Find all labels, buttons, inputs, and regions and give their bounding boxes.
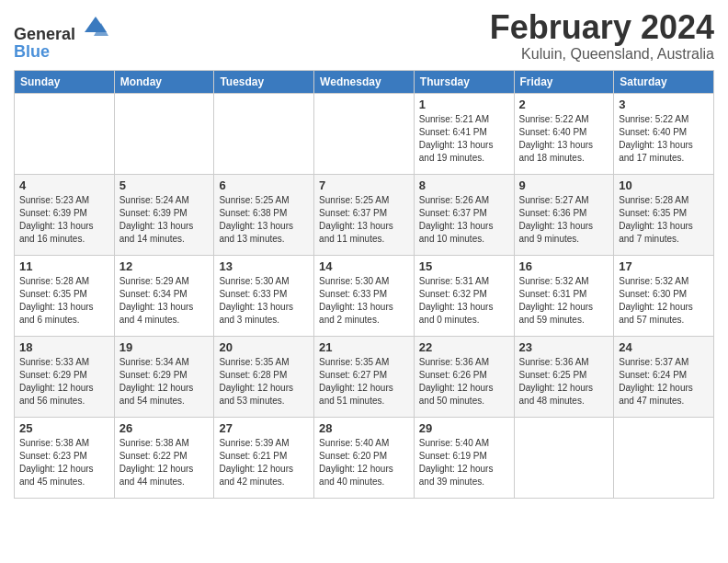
day-number: 11 [19,259,109,273]
day-info: Sunrise: 5:39 AMSunset: 6:21 PMDaylight:… [219,437,309,488]
header: General Blue February 2024 Kuluin, Queen… [14,9,714,63]
day-info: Sunrise: 5:31 AMSunset: 6:32 PMDaylight:… [419,275,509,327]
logo-general: General [14,25,75,43]
day-number: 23 [519,340,609,354]
week-row-5: 25Sunrise: 5:38 AMSunset: 6:23 PMDayligh… [15,417,714,498]
day-number: 28 [319,421,409,435]
week-row-1: 1Sunrise: 5:21 AMSunset: 6:41 PMDaylight… [15,93,714,174]
day-info: Sunrise: 5:32 AMSunset: 6:30 PMDaylight:… [619,275,709,327]
day-info: Sunrise: 5:24 AMSunset: 6:39 PMDaylight:… [119,194,210,246]
day-info: Sunrise: 5:35 AMSunset: 6:28 PMDaylight:… [219,356,309,408]
day-info: Sunrise: 5:26 AMSunset: 6:37 PMDaylight:… [419,194,509,246]
day-number: 12 [119,259,210,273]
day-cell: 8Sunrise: 5:26 AMSunset: 6:37 PMDaylight… [414,174,514,255]
day-number: 10 [619,178,709,192]
day-number: 14 [319,259,409,273]
day-cell: 16Sunrise: 5:32 AMSunset: 6:31 PMDayligh… [514,255,614,336]
day-header-wednesday: Wednesday [314,70,415,93]
day-number: 24 [619,340,709,354]
day-cell: 5Sunrise: 5:24 AMSunset: 6:39 PMDaylight… [114,174,214,255]
day-info: Sunrise: 5:25 AMSunset: 6:37 PMDaylight:… [319,194,409,246]
day-info: Sunrise: 5:27 AMSunset: 6:36 PMDaylight:… [519,194,609,246]
day-info: Sunrise: 5:21 AMSunset: 6:41 PMDaylight:… [419,113,509,165]
title-area: February 2024 Kuluin, Queensland, Austra… [490,9,714,63]
logo-icon [83,14,108,40]
day-cell: 27Sunrise: 5:39 AMSunset: 6:21 PMDayligh… [214,417,314,498]
day-info: Sunrise: 5:40 AMSunset: 6:19 PMDaylight:… [419,437,509,488]
day-info: Sunrise: 5:28 AMSunset: 6:35 PMDaylight:… [619,194,709,246]
day-info: Sunrise: 5:30 AMSunset: 6:33 PMDaylight:… [219,275,309,327]
day-number: 25 [19,421,109,435]
day-number: 4 [19,178,109,192]
day-number: 2 [519,98,609,111]
day-cell: 18Sunrise: 5:33 AMSunset: 6:29 PMDayligh… [15,336,115,417]
day-number: 17 [619,259,709,273]
day-info: Sunrise: 5:37 AMSunset: 6:24 PMDaylight:… [619,356,709,408]
day-cell [514,417,614,498]
day-info: Sunrise: 5:22 AMSunset: 6:40 PMDaylight:… [519,113,609,165]
day-cell: 22Sunrise: 5:36 AMSunset: 6:26 PMDayligh… [414,336,514,417]
day-cell: 1Sunrise: 5:21 AMSunset: 6:41 PMDaylight… [414,93,514,174]
day-cell: 11Sunrise: 5:28 AMSunset: 6:35 PMDayligh… [15,255,115,336]
day-number: 26 [119,421,210,435]
day-cell: 6Sunrise: 5:25 AMSunset: 6:38 PMDaylight… [214,174,314,255]
day-headers-row: SundayMondayTuesdayWednesdayThursdayFrid… [15,70,714,93]
location: Kuluin, Queensland, Australia [490,46,714,63]
day-info: Sunrise: 5:38 AMSunset: 6:23 PMDaylight:… [19,437,109,488]
day-info: Sunrise: 5:35 AMSunset: 6:27 PMDaylight:… [319,356,409,408]
day-info: Sunrise: 5:34 AMSunset: 6:29 PMDaylight:… [119,356,210,408]
day-cell [614,417,714,498]
day-info: Sunrise: 5:33 AMSunset: 6:29 PMDaylight:… [19,356,109,408]
day-header-saturday: Saturday [614,70,714,93]
day-info: Sunrise: 5:28 AMSunset: 6:35 PMDaylight:… [19,275,109,327]
day-cell: 21Sunrise: 5:35 AMSunset: 6:27 PMDayligh… [314,336,415,417]
day-header-monday: Monday [114,70,214,93]
day-cell [214,93,314,174]
day-cell: 14Sunrise: 5:30 AMSunset: 6:33 PMDayligh… [314,255,415,336]
calendar-table: SundayMondayTuesdayWednesdayThursdayFrid… [14,70,714,499]
day-number: 3 [619,98,709,111]
day-header-tuesday: Tuesday [214,70,314,93]
day-cell: 4Sunrise: 5:23 AMSunset: 6:39 PMDaylight… [15,174,115,255]
month-title: February 2024 [490,9,714,46]
day-cell: 29Sunrise: 5:40 AMSunset: 6:19 PMDayligh… [414,417,514,498]
day-cell: 15Sunrise: 5:31 AMSunset: 6:32 PMDayligh… [414,255,514,336]
day-cell [15,93,115,174]
day-info: Sunrise: 5:23 AMSunset: 6:39 PMDaylight:… [19,194,109,246]
day-number: 20 [219,340,309,354]
day-cell: 24Sunrise: 5:37 AMSunset: 6:24 PMDayligh… [614,336,714,417]
day-cell: 7Sunrise: 5:25 AMSunset: 6:37 PMDaylight… [314,174,415,255]
day-header-thursday: Thursday [414,70,514,93]
day-info: Sunrise: 5:36 AMSunset: 6:25 PMDaylight:… [519,356,609,408]
day-cell: 23Sunrise: 5:36 AMSunset: 6:25 PMDayligh… [514,336,614,417]
day-number: 18 [19,340,109,354]
day-number: 15 [419,259,509,273]
day-number: 7 [319,178,409,192]
day-info: Sunrise: 5:32 AMSunset: 6:31 PMDaylight:… [519,275,609,327]
day-number: 6 [219,178,309,192]
day-header-sunday: Sunday [15,70,115,93]
week-row-4: 18Sunrise: 5:33 AMSunset: 6:29 PMDayligh… [15,336,714,417]
day-cell: 17Sunrise: 5:32 AMSunset: 6:30 PMDayligh… [614,255,714,336]
day-info: Sunrise: 5:25 AMSunset: 6:38 PMDaylight:… [219,194,309,246]
day-cell: 3Sunrise: 5:22 AMSunset: 6:40 PMDaylight… [614,93,714,174]
day-cell [314,93,415,174]
day-number: 29 [419,421,509,435]
day-cell: 28Sunrise: 5:40 AMSunset: 6:20 PMDayligh… [314,417,415,498]
day-header-friday: Friday [514,70,614,93]
day-number: 5 [119,178,210,192]
day-info: Sunrise: 5:30 AMSunset: 6:33 PMDaylight:… [319,275,409,327]
day-number: 16 [519,259,609,273]
day-number: 21 [319,340,409,354]
day-number: 19 [119,340,210,354]
day-info: Sunrise: 5:29 AMSunset: 6:34 PMDaylight:… [119,275,210,327]
day-cell: 19Sunrise: 5:34 AMSunset: 6:29 PMDayligh… [114,336,214,417]
day-number: 27 [219,421,309,435]
day-cell: 10Sunrise: 5:28 AMSunset: 6:35 PMDayligh… [614,174,714,255]
day-info: Sunrise: 5:40 AMSunset: 6:20 PMDaylight:… [319,437,409,488]
week-row-3: 11Sunrise: 5:28 AMSunset: 6:35 PMDayligh… [15,255,714,336]
logo-blue: Blue [14,42,50,61]
day-number: 13 [219,259,309,273]
day-number: 9 [519,178,609,192]
day-cell: 13Sunrise: 5:30 AMSunset: 6:33 PMDayligh… [214,255,314,336]
